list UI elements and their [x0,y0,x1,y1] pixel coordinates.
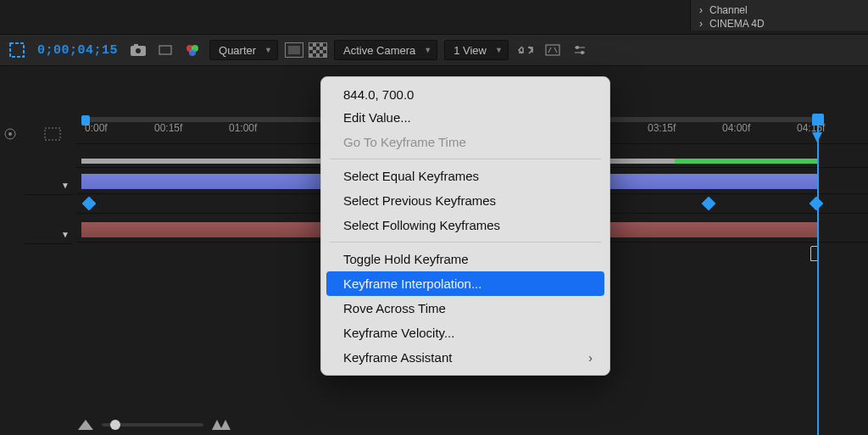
svg-rect-3 [134,44,138,47]
svg-point-2 [136,48,141,53]
keyframe[interactable] [810,197,824,211]
panel-item-cinema4d[interactable]: ›CINEMA 4D [699,17,860,31]
ruler-tick: 01:00f [229,122,257,134]
svg-marker-14 [78,420,93,430]
track-headers: ▼ ▼ [0,144,76,435]
menu-edit-value[interactable]: Edit Value... [321,105,609,130]
menu-rove-across[interactable]: Rove Across Time [321,296,609,321]
camera-label: Active Camera [343,44,415,57]
playhead[interactable] [817,117,819,435]
menu-select-equal[interactable]: Select Equal Keyframes [321,164,609,188]
svg-point-9 [576,46,579,49]
keyframe-context-menu: 844.0, 700.0 Edit Value... Go To Keyfram… [320,76,610,376]
composition-toolbar: 0;00;04;15 Quarter ▼ Active Camera ▼ 1 V… [0,34,868,66]
menu-select-following[interactable]: Select Following Keyframes [321,213,609,237]
timeline-zoom[interactable] [78,420,231,430]
svg-rect-4 [159,46,171,54]
menu-select-previous[interactable]: Select Previous Keyframes [321,188,609,213]
zoom-in-icon [212,420,231,430]
panel-label: Channel [709,4,748,16]
fast-preview-icon[interactable] [285,42,303,58]
effects-panel: ›Channel ›CINEMA 4D [690,0,868,31]
share-view-icon[interactable] [515,40,536,60]
region-icon[interactable] [7,40,27,60]
chevron-right-icon: › [588,351,593,365]
svg-rect-0 [10,43,24,57]
current-time[interactable]: 0;00;04;15 [34,42,121,59]
svg-rect-13 [45,128,60,140]
svg-marker-15 [212,420,222,430]
layer-row-1-header[interactable]: ▼ [25,176,73,195]
zoom-slider[interactable] [102,423,203,427]
menu-keyframe-interpolation[interactable]: Keyframe Interpolation... [326,271,604,296]
show-snapshot-icon[interactable] [155,40,175,60]
snapshot-icon[interactable] [128,40,148,60]
frame-blend-icon[interactable] [42,124,63,144]
pixel-aspect-icon[interactable] [542,40,563,60]
chevron-down-icon: ▼ [264,46,272,54]
ruler-tick: 03:15f [648,122,676,134]
time-marker-icon[interactable] [812,132,822,142]
chevron-down-icon[interactable]: ▼ [58,226,73,243]
menu-keyframe-assistant[interactable]: Keyframe Assistant › [321,345,609,370]
svg-marker-16 [220,420,231,430]
playhead-handle[interactable] [812,114,824,125]
render-bar [675,159,819,164]
layer-switches-icon[interactable] [0,124,20,144]
menu-toggle-hold[interactable]: Toggle Hold Keyframe [321,247,609,271]
menu-keyframe-velocity[interactable]: Keyframe Velocity... [321,321,609,345]
channel-icon[interactable] [182,40,203,60]
svg-point-7 [189,49,196,56]
chevron-down-icon: ▼ [424,46,431,54]
resolution-label: Quarter [219,44,256,57]
zoom-out-icon [78,420,93,430]
panel-label: CINEMA 4D [709,18,765,30]
adjust-icon[interactable] [570,40,590,60]
views-dropdown[interactable]: 1 View ▼ [444,40,509,60]
camera-dropdown[interactable]: Active Camera ▼ [334,40,437,60]
menu-go-to-keyframe: Go To Keyframe Time [321,130,609,154]
menu-coordinates: 844.0, 700.0 [321,82,609,105]
chevron-down-icon: ▼ [495,46,503,54]
ruler-tick: 0:00f [85,122,108,134]
views-label: 1 View [453,44,487,57]
svg-point-10 [581,51,584,54]
svg-point-12 [8,132,12,136]
keyframe[interactable] [702,197,716,211]
transparency-grid-icon[interactable] [309,42,327,58]
layer-row-2-header[interactable]: ▼ [25,226,73,244]
resolution-dropdown[interactable]: Quarter ▼ [209,40,278,60]
ruler-tick: 04:00f [722,122,750,134]
ruler-tick: 00:15f [154,122,182,134]
zoom-thumb[interactable] [110,420,120,430]
chevron-down-icon[interactable]: ▼ [58,177,73,193]
panel-item-channel[interactable]: ›Channel [699,3,860,17]
svg-rect-8 [546,45,559,55]
keyframe[interactable] [82,197,97,211]
